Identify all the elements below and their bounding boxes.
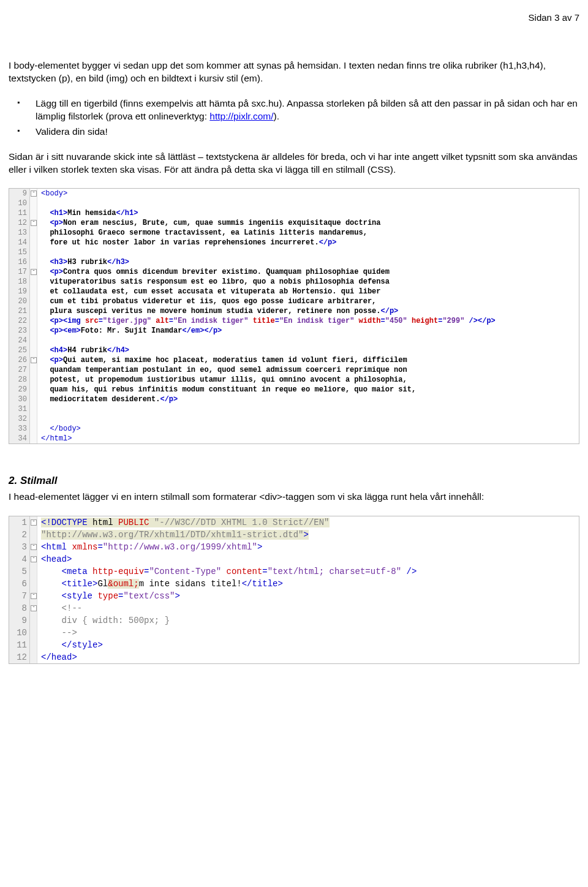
task-list: Lägg till en tigerbild (finns exempelvis… [9,97,579,138]
intro-paragraph: I body-elementet bygger vi sedan upp det… [9,59,579,85]
task-item-2: Validera din sida! [9,126,579,138]
section-2-text: I head-elementet lägger vi en intern sti… [9,491,579,504]
code-editor-head: 1<!DOCTYPE html PUBLIC "-//W3C//DTD XHTM… [9,516,579,664]
section-2-heading: 2. Stilmall [9,475,579,487]
task-item-1: Lägg till en tigerbild (finns exempelvis… [9,97,579,123]
code-editor-body: 9<body>1011 <h1>Min hemsida</h1>12 <p>No… [9,188,579,444]
task1-text-a: Lägg till en tigerbild (finns exempelvis… [36,98,578,121]
paragraph-2: Sidan är i sitt nuvarande skick inte så … [9,151,579,176]
task1-text-b: ). [274,111,279,121]
page-number: Sidan 3 av 7 [9,12,579,23]
pixlr-link[interactable]: http://pixlr.com/ [209,111,273,121]
